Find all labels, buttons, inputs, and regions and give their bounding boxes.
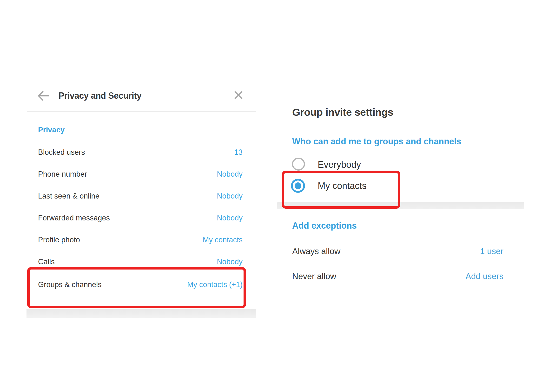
row-label: Last seen & online — [38, 191, 100, 201]
privacy-row-calls[interactable]: Calls Nobody — [38, 257, 243, 267]
section-end-bar-right — [277, 202, 524, 209]
row-value: My contacts — [203, 235, 243, 245]
row-value[interactable]: 1 user — [480, 246, 504, 257]
privacy-row-last-seen[interactable]: Last seen & online Nobody — [38, 191, 243, 201]
row-label: Blocked users — [38, 147, 85, 157]
row-label: Always allow — [292, 246, 340, 257]
privacy-section-heading: Privacy — [38, 125, 134, 135]
option-label: Everybody — [318, 159, 438, 170]
row-label: Groups & channels — [38, 280, 102, 290]
row-label: Phone number — [38, 169, 87, 179]
row-value: Nobody — [217, 213, 243, 223]
privacy-row-profile-photo[interactable]: Profile photo My contacts — [38, 235, 243, 245]
row-label: Calls — [38, 257, 55, 267]
settings-screenshot: Privacy and Security Privacy Blocked use… — [0, 0, 555, 392]
row-value: 13 — [234, 147, 243, 157]
privacy-row-groups-channels[interactable]: Groups & channels My contacts (+1) — [38, 280, 243, 290]
add-exceptions-heading: Add exceptions — [292, 221, 437, 231]
row-value: Nobody — [217, 169, 243, 179]
option-label: My contacts — [318, 180, 438, 192]
row-value: Nobody — [217, 257, 243, 267]
back-arrow-icon[interactable] — [36, 90, 51, 101]
row-value: My contacts (+1) — [187, 280, 243, 290]
row-value: Nobody — [217, 191, 243, 201]
panel-title: Privacy and Security — [58, 91, 203, 101]
row-label: Never allow — [292, 271, 336, 282]
row-label: Forwarded messages — [38, 213, 110, 223]
who-can-add-heading: Who can add me to groups and channels — [292, 136, 509, 147]
privacy-row-blocked-users[interactable]: Blocked users 13 — [38, 147, 243, 157]
header-divider — [27, 111, 256, 112]
privacy-row-forwarded-messages[interactable]: Forwarded messages Nobody — [38, 213, 243, 223]
exception-row-never-allow[interactable]: Never allow Add users — [292, 271, 504, 282]
row-value[interactable]: Add users — [465, 271, 504, 282]
row-label: Profile photo — [38, 235, 80, 245]
radio-unchecked-icon[interactable] — [292, 158, 305, 171]
radio-dot — [295, 182, 301, 189]
exception-row-always-allow[interactable]: Always allow 1 user — [292, 246, 504, 257]
section-end-bar-left — [27, 309, 256, 318]
group-invite-title: Group invite settings — [292, 106, 485, 118]
radio-checked-icon[interactable] — [291, 179, 305, 193]
privacy-row-phone-number[interactable]: Phone number Nobody — [38, 169, 243, 179]
close-icon[interactable] — [233, 90, 244, 100]
